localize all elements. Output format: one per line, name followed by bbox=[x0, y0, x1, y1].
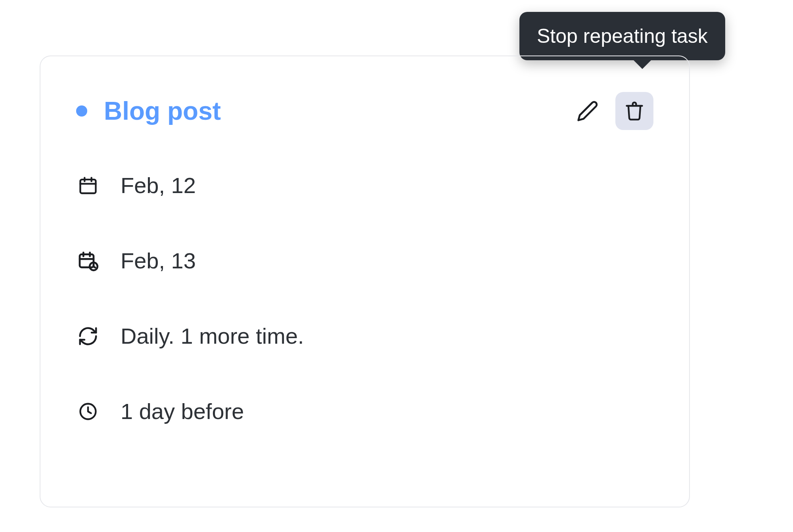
tooltip-stop-repeating: Stop repeating task bbox=[519, 12, 725, 60]
svg-rect-0 bbox=[80, 180, 96, 193]
edit-button[interactable] bbox=[569, 92, 607, 130]
reminder-text: 1 day before bbox=[121, 400, 244, 423]
svg-rect-4 bbox=[80, 255, 94, 268]
delete-button[interactable] bbox=[615, 92, 653, 130]
calendar-icon bbox=[76, 174, 100, 197]
svg-line-10 bbox=[94, 267, 95, 268]
task-card: Blog post bbox=[40, 55, 690, 507]
task-title-link[interactable]: Blog post bbox=[104, 98, 221, 124]
reminder-row[interactable]: 1 day before bbox=[76, 400, 653, 423]
due-date-row[interactable]: Feb, 13 bbox=[76, 249, 653, 273]
tooltip-text: Stop repeating task bbox=[537, 25, 708, 47]
clock-icon bbox=[76, 400, 100, 423]
repeat-icon bbox=[76, 324, 100, 348]
start-date-row[interactable]: Feb, 12 bbox=[76, 174, 653, 197]
status-dot-icon bbox=[76, 105, 87, 117]
due-date-text: Feb, 13 bbox=[121, 250, 196, 272]
repeat-text: Daily. 1 more time. bbox=[121, 325, 304, 347]
task-header: Blog post bbox=[76, 92, 653, 130]
start-date-text: Feb, 12 bbox=[121, 174, 196, 197]
calendar-clock-icon bbox=[76, 249, 100, 273]
pencil-icon bbox=[577, 100, 599, 122]
task-title-wrap[interactable]: Blog post bbox=[76, 98, 221, 124]
trash-icon bbox=[624, 101, 645, 121]
task-actions bbox=[569, 92, 653, 130]
repeat-row[interactable]: Daily. 1 more time. bbox=[76, 324, 653, 348]
